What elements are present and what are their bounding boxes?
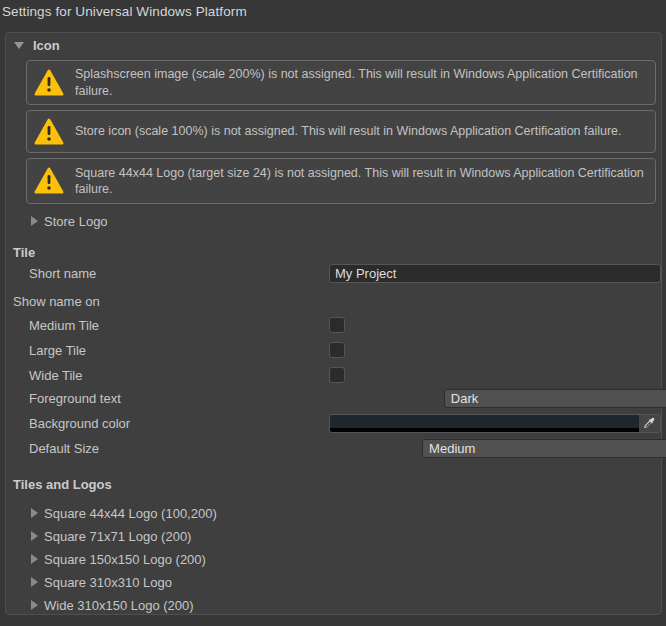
show-name-on-row: Show name on [6,291,661,311]
tile-section-header-row: Tile [6,242,661,262]
large-tile-row: Large Tile [6,340,661,360]
medium-tile-row: Medium Tile [6,315,661,335]
logo-foldout-label: Square 150x150 Logo (200) [44,552,206,567]
warning-box: Square 44x44 Logo (target size 24) is no… [26,158,656,204]
chevron-down-icon [14,42,24,49]
warning-text: Store icon (scale 100%) is not assigned.… [75,123,622,140]
color-swatch[interactable] [330,415,639,432]
settings-panel: Settings for Universal Windows Platform … [0,0,666,626]
platform-settings-groupbox: Icon Splashscreen image (scale 200%) is … [5,32,662,615]
warning-icon [34,69,64,97]
chevron-right-icon [31,554,38,564]
wide-tile-checkbox[interactable] [329,367,345,383]
logo-row: Wide 310x150 Logo (200) [6,595,661,615]
background-color-row: Background color [6,413,661,433]
chevron-right-icon [31,508,38,518]
square-71-logo-foldout[interactable]: Square 71x71 Logo (200) [31,529,191,544]
chevron-right-icon [31,577,38,587]
page-title: Settings for Universal Windows Platform [2,4,247,19]
show-name-on-label: Show name on [13,294,100,309]
warning-icon [34,167,64,195]
default-size-value: Medium [429,441,475,456]
chevron-right-icon [31,531,38,541]
tile-section-title: Tile [13,245,35,260]
background-color-field[interactable] [329,414,661,433]
warning-box: Splashscreen image (scale 200%) is not a… [26,60,656,105]
foreground-text-value: Dark [451,391,478,406]
medium-tile-checkbox[interactable] [329,317,345,333]
large-tile-checkbox[interactable] [329,342,345,358]
background-color-label: Background color [29,416,130,431]
wide-tile-row: Wide Tile [6,365,661,385]
warning-box: Store icon (scale 100%) is not assigned.… [26,110,656,153]
logo-foldout-label: Square 44x44 Logo (100,200) [44,506,217,521]
color-swatch-rgb [330,415,639,428]
warning-icon [34,118,64,146]
store-logo-foldout[interactable]: Store Logo [31,214,108,229]
default-size-label: Default Size [29,441,99,456]
short-name-row: Short name My Project [6,263,661,283]
logo-row: Square 44x44 Logo (100,200) [6,503,661,523]
logo-row: Square 310x310 Logo [6,572,661,592]
square-150-logo-foldout[interactable]: Square 150x150 Logo (200) [31,552,206,567]
default-size-row: Default Size Medium [6,438,661,458]
logo-foldout-label: Wide 310x150 Logo (200) [44,598,194,613]
eyedropper-button[interactable] [639,415,660,432]
eyedropper-icon [643,417,656,430]
chevron-right-icon [31,600,38,610]
foreground-text-row: Foreground text Dark [6,388,661,408]
logo-foldout-label: Square 310x310 Logo [44,575,172,590]
tiles-logos-header-row: Tiles and Logos [6,474,661,494]
square-44-logo-foldout[interactable]: Square 44x44 Logo (100,200) [31,506,217,521]
wide-310-logo-foldout[interactable]: Wide 310x150 Logo (200) [31,598,194,613]
warning-text: Square 44x44 Logo (target size 24) is no… [75,165,645,198]
short-name-label: Short name [29,266,96,281]
store-logo-row: Store Logo [6,211,661,231]
icon-section-title: Icon [33,38,60,53]
default-size-dropdown[interactable]: Medium [422,439,666,458]
wide-tile-label: Wide Tile [29,368,82,383]
square-310-logo-foldout[interactable]: Square 310x310 Logo [31,575,172,590]
logo-row: Square 150x150 Logo (200) [6,549,661,569]
large-tile-label: Large Tile [29,343,86,358]
color-swatch-alpha-bar [330,428,639,432]
foreground-text-dropdown[interactable]: Dark [444,389,666,408]
warning-text: Splashscreen image (scale 200%) is not a… [75,66,645,99]
medium-tile-label: Medium Tile [29,318,99,333]
short-name-input[interactable]: My Project [329,264,661,283]
logo-foldout-label: Square 71x71 Logo (200) [44,529,191,544]
store-logo-label: Store Logo [44,214,108,229]
tiles-logos-title: Tiles and Logos [13,477,112,492]
logo-row: Square 71x71 Logo (200) [6,526,661,546]
foreground-text-label: Foreground text [29,391,121,406]
icon-section-foldout[interactable]: Icon [14,36,60,54]
chevron-right-icon [31,216,38,226]
